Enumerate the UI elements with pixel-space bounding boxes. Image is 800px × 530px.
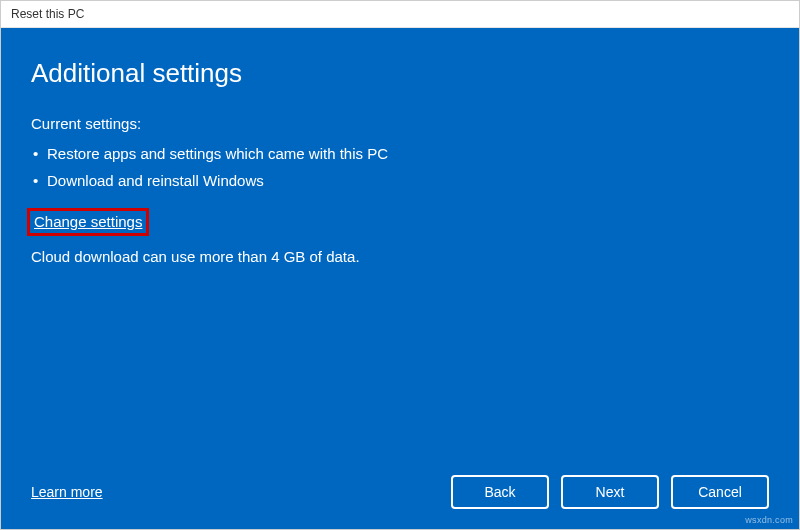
cancel-button[interactable]: Cancel xyxy=(671,475,769,509)
button-row: Back Next Cancel xyxy=(451,475,769,509)
data-usage-note: Cloud download can use more than 4 GB of… xyxy=(31,248,769,265)
titlebar: Reset this PC xyxy=(1,1,799,28)
watermark: wsxdn.com xyxy=(745,515,793,525)
list-item: Restore apps and settings which came wit… xyxy=(31,140,769,167)
page-heading: Additional settings xyxy=(31,58,769,89)
back-button[interactable]: Back xyxy=(451,475,549,509)
change-settings-highlight: Change settings xyxy=(27,208,149,236)
change-settings-link[interactable]: Change settings xyxy=(34,213,142,230)
list-item: Download and reinstall Windows xyxy=(31,167,769,194)
current-settings-label: Current settings: xyxy=(31,115,769,132)
reset-pc-dialog: Reset this PC Additional settings Curren… xyxy=(0,0,800,530)
next-button[interactable]: Next xyxy=(561,475,659,509)
learn-more-link[interactable]: Learn more xyxy=(31,484,103,500)
footer: Learn more Back Next Cancel xyxy=(31,455,769,509)
window-title: Reset this PC xyxy=(11,7,84,21)
settings-list: Restore apps and settings which came wit… xyxy=(31,140,769,194)
content-area: Additional settings Current settings: Re… xyxy=(1,28,799,529)
